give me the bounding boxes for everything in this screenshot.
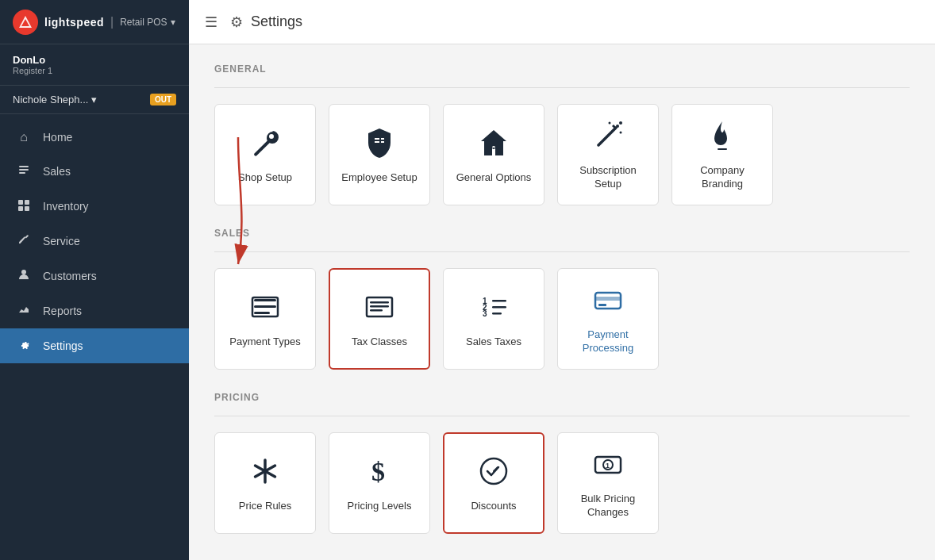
numbered-list-icon: 1 2 3 — [476, 290, 511, 329]
sidebar-user-section: DonLo Register 1 — [0, 44, 189, 86]
svg-rect-7 — [18, 206, 23, 211]
svg-rect-30 — [492, 313, 502, 315]
card-payment-types-label: Payment Types — [229, 336, 300, 349]
sidebar-item-reports[interactable]: Reports — [0, 293, 189, 328]
check-circle-icon — [476, 454, 511, 493]
hamburger-icon[interactable]: ☰ — [205, 13, 217, 31]
sidebar-item-inventory[interactable]: Inventory — [0, 189, 189, 224]
svg-rect-19 — [254, 312, 270, 314]
customers-icon — [16, 268, 32, 284]
svg-line-10 — [598, 128, 616, 145]
card-payment-types[interactable]: Payment Types — [214, 268, 316, 370]
money-icon: 1 — [591, 447, 625, 486]
card-tax-classes-label: Tax Classes — [352, 336, 407, 349]
card-sales-taxes-label: Sales Taxes — [466, 336, 521, 349]
sales-section-title: SALES — [214, 228, 910, 239]
service-icon — [16, 233, 32, 249]
sidebar-item-settings[interactable]: Settings — [0, 328, 189, 363]
profile-name: Nichole Sheph... ▾ — [13, 94, 97, 105]
card-pricing-levels[interactable]: $ Pricing Levels — [329, 432, 430, 534]
sidebar-profile[interactable]: Nichole Sheph... ▾ OUT — [0, 86, 189, 114]
card-price-rules[interactable]: Price Rules — [214, 432, 316, 534]
card-bulk-pricing[interactable]: 1 Bulk Pricing Changes — [557, 432, 659, 534]
logo-icon — [13, 10, 38, 35]
list-icon — [248, 290, 283, 329]
pricing-divider — [214, 416, 910, 416]
listlines-icon — [362, 290, 397, 329]
topbar-title: ⚙ Settings — [230, 13, 302, 31]
svg-rect-15 — [718, 148, 727, 150]
svg-rect-8 — [25, 206, 29, 211]
sidebar-item-service-label: Service — [43, 235, 80, 247]
general-section-title: GENERAL — [214, 63, 910, 75]
card-subscription-setup-label: Subscription Setup — [568, 164, 648, 191]
svg-rect-32 — [595, 297, 621, 301]
card-pricing-levels-label: Pricing Levels — [348, 500, 412, 513]
sidebar-item-service[interactable]: Service — [0, 224, 189, 259]
pricing-cards-grid: Price Rules $ Pricing Levels — [214, 432, 910, 534]
card-price-rules-label: Price Rules — [239, 500, 291, 513]
svg-rect-18 — [254, 305, 276, 308]
svg-rect-17 — [254, 299, 276, 301]
card-employee-setup-label: Employee Setup — [341, 171, 417, 185]
dollar-icon: $ — [362, 454, 397, 493]
svg-rect-3 — [19, 169, 29, 171]
asterisk-icon — [248, 454, 283, 493]
card-tax-classes[interactable]: Tax Classes — [329, 268, 430, 370]
sidebar-header: lightspeed | Retail POS ▾ — [0, 0, 189, 44]
content-area: GENERAL Shop Setup Employee Setup — [189, 44, 935, 560]
settings-icon — [16, 338, 32, 354]
sales-icon — [16, 163, 32, 179]
user-name: DonLo — [13, 54, 176, 66]
svg-point-11 — [616, 125, 619, 128]
card-employee-setup[interactable]: Employee Setup — [329, 104, 430, 205]
wand-icon — [591, 118, 625, 158]
pricing-section-title: PRICING — [214, 392, 910, 403]
status-badge: OUT — [150, 94, 176, 105]
sidebar-item-settings-label: Settings — [43, 339, 83, 352]
home-icon: ⌂ — [16, 130, 32, 144]
card-company-branding[interactable]: Company Branding — [671, 104, 773, 205]
svg-text:1: 1 — [606, 462, 610, 470]
card-subscription-setup[interactable]: Subscription Setup — [557, 104, 659, 205]
card-company-branding-label: Company Branding — [682, 164, 763, 191]
reports-icon — [16, 303, 32, 319]
svg-point-12 — [609, 122, 611, 125]
card-payment-processing[interactable]: Payment Processing — [557, 268, 659, 370]
sidebar: lightspeed | Retail POS ▾ DonLo Register… — [0, 0, 189, 560]
topbar: ☰ ⚙ Settings — [189, 0, 935, 44]
svg-rect-33 — [598, 304, 606, 306]
svg-text:$: $ — [371, 457, 385, 486]
card-discounts[interactable]: Discounts — [443, 432, 544, 534]
svg-rect-29 — [492, 306, 506, 309]
sidebar-item-home[interactable]: ⌂ Home — [0, 121, 189, 154]
sidebar-item-sales[interactable]: Sales — [0, 154, 189, 189]
shield-icon — [362, 125, 397, 165]
svg-text:3: 3 — [483, 309, 487, 318]
card-general-options-label: General Options — [456, 171, 532, 185]
svg-rect-28 — [492, 300, 506, 302]
inventory-icon — [16, 198, 32, 214]
svg-rect-24 — [370, 309, 383, 312]
card-discounts-label: Discounts — [471, 500, 516, 513]
sidebar-item-customers[interactable]: Customers — [0, 259, 189, 293]
general-divider — [214, 87, 910, 88]
user-register: Register 1 — [13, 66, 176, 75]
page-title: Settings — [251, 13, 302, 30]
svg-point-14 — [619, 121, 622, 125]
card-general-options[interactable]: General Options — [443, 104, 544, 205]
flame-icon — [705, 118, 740, 158]
logo-divider: | — [110, 15, 114, 29]
user-info: DonLo Register 1 — [13, 54, 176, 75]
sidebar-item-customers-label: Customers — [43, 270, 97, 282]
sales-cards-wrapper: Payment Types Tax Classes — [214, 268, 659, 392]
card-shop-setup-label: Shop Setup — [238, 171, 292, 185]
card-shop-setup[interactable]: Shop Setup — [214, 104, 316, 205]
card-bulk-pricing-label: Bulk Pricing Changes — [568, 493, 648, 520]
svg-point-13 — [620, 132, 622, 134]
svg-rect-4 — [19, 172, 25, 174]
card-sales-taxes[interactable]: 1 2 3 Sales Taxes — [443, 268, 544, 370]
logo-text: lightspeed — [44, 16, 104, 29]
sales-cards-grid: Payment Types Tax Classes — [214, 268, 659, 370]
main-area: ☰ ⚙ Settings GENERAL Shop Setup — [189, 0, 935, 560]
